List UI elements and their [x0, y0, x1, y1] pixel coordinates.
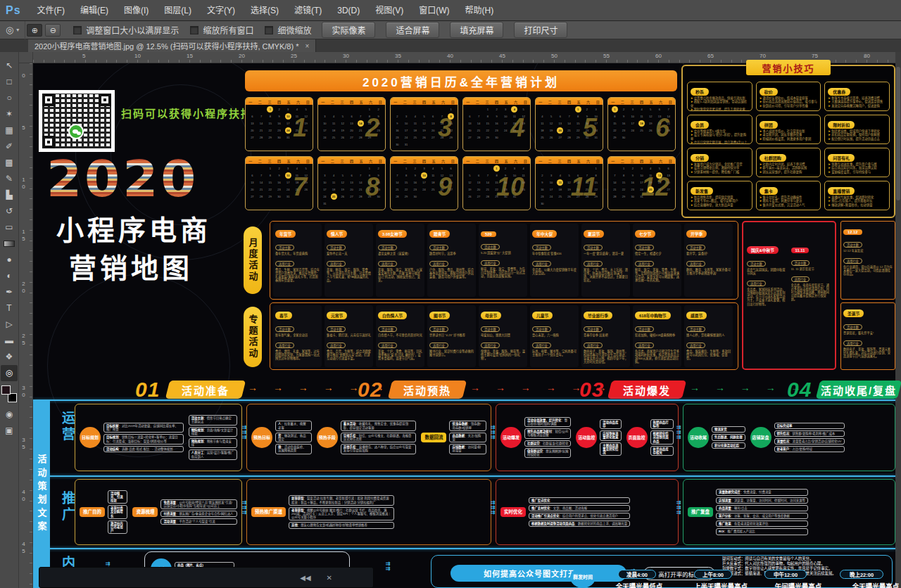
- menu-item-视图(V)[interactable]: 视图(V): [367, 6, 411, 15]
- lasso-tool[interactable]: ○: [1, 90, 18, 106]
- menu-item-文件(F)[interactable]: 文件(F): [30, 6, 73, 15]
- eraser-tool[interactable]: ▭: [1, 219, 18, 236]
- checkbox[interactable]: [73, 26, 82, 34]
- festival-label: 520: [481, 231, 496, 237]
- festival-industry: 数码电子、美妆、服饰、旅拍等，校园青春可引流毕业生活在旅途、盲盒文具可以囤、相约…: [584, 350, 628, 364]
- time-caption: 全天曝光最低点: [598, 581, 680, 588]
- day-cell: 27: [664, 186, 673, 193]
- day-cell: 26: [519, 127, 528, 134]
- day-cell: 25: [293, 186, 302, 193]
- eyedropper-tool[interactable]: ✐: [1, 139, 18, 155]
- menu-item-文字(Y)[interactable]: 文字(Y): [199, 6, 243, 15]
- month-day-grid: 1234567891011121314151617181920212223242…: [463, 105, 530, 141]
- flow-item: 活动曝光、引流拉新: [108, 490, 127, 504]
- flow-item: 店铺流量：浏览量、访客量、访问时间、停留时间、访问来源等: [716, 497, 808, 504]
- day-cell: 14: [257, 120, 266, 127]
- vertical-scrollbar[interactable]: [896, 67, 900, 200]
- menu-item-3D(D)[interactable]: 3D(D): [329, 6, 367, 15]
- month-day-grid: 1234567891011121314151617181920212223242…: [608, 105, 675, 141]
- option-button-打印尺寸[interactable]: 打印尺寸: [514, 22, 567, 38]
- shape-tool[interactable]: ▬: [1, 333, 18, 349]
- tab-close-icon[interactable]: ×: [305, 42, 309, 50]
- empty-cell: [248, 165, 257, 172]
- pen-tool[interactable]: ✒: [1, 284, 18, 300]
- zoom-out-button[interactable]: ⊖: [45, 24, 61, 37]
- day-cell: 31: [284, 134, 293, 141]
- day-cell: 2: [583, 106, 592, 113]
- zoom-tool[interactable]: ◎: [1, 365, 18, 381]
- ruler-number: 40: [447, 53, 453, 59]
- close-button[interactable]: ✕: [327, 574, 332, 582]
- day-cell: 27: [574, 193, 583, 200]
- day-cell: 20: [248, 127, 257, 134]
- day-cell: 2: [619, 106, 629, 113]
- history-brush-tool[interactable]: ↺: [1, 203, 18, 219]
- screen-mode[interactable]: ▣: [1, 423, 18, 439]
- day-cell: 16: [619, 120, 629, 127]
- checkbox[interactable]: [265, 26, 273, 34]
- calendar-month-7: 一二三四五六日712345678910111213141516171819202…: [245, 156, 313, 210]
- empty-cell: [420, 106, 429, 113]
- brush-tool[interactable]: ✎: [1, 171, 18, 187]
- option-button-实际像素[interactable]: 实际像素: [322, 22, 375, 38]
- color-swatches[interactable]: [1, 385, 17, 402]
- day-cell: 8: [610, 113, 619, 120]
- month-day-grid: 1234567891011121314151617181920212223242…: [246, 105, 313, 141]
- menu-item-选择(S)[interactable]: 选择(S): [243, 6, 286, 15]
- day-cell: 17: [510, 179, 519, 186]
- day-cell: 6: [574, 172, 583, 179]
- blur-tool[interactable]: ●: [1, 252, 18, 268]
- type-tool[interactable]: T: [1, 300, 18, 317]
- foreground-color-swatch[interactable]: [1, 385, 11, 395]
- zoom-in-button[interactable]: ⊕: [27, 24, 42, 37]
- document-tab[interactable]: 2020小程序电商营销地图.jpg @ 12.5% (扫码可以获得小程序扶持, …: [28, 39, 316, 52]
- festival-industry: 图书行业、知识付费行业等必做的图书营销节。: [429, 350, 474, 357]
- flow-node: 推广复盘: [688, 507, 713, 517]
- flow-item: 老客付费及复购增长: [108, 505, 127, 519]
- day-cell: 6: [555, 113, 565, 120]
- zoom-tool-chip[interactable]: ◎▾: [0, 21, 25, 39]
- day-cell: 11: [646, 172, 655, 179]
- day-cell: 20: [655, 120, 664, 127]
- option-button-适合屏幕[interactable]: 适合屏幕: [386, 22, 439, 38]
- day-cell: 3: [591, 106, 600, 113]
- day-cell: 18: [646, 179, 655, 186]
- empty-cell: [338, 106, 347, 113]
- day-cell: 9: [374, 172, 383, 179]
- crop-tool[interactable]: ▦: [1, 122, 18, 139]
- day-cell: 22: [265, 186, 275, 193]
- path-select-tool[interactable]: ▷: [1, 317, 18, 333]
- marquee-tool[interactable]: □: [1, 74, 18, 90]
- day-cell: 9: [275, 113, 284, 120]
- month-weekday-header: 一二三四五六日: [318, 98, 385, 105]
- day-cell: 16: [410, 179, 420, 186]
- flow-items: 蓄水活动：收藏有礼、预售定金、优惠券提前领取，提前锁定活动客源常规手段：短信、公…: [341, 421, 417, 454]
- healing-brush-tool[interactable]: ▩: [1, 155, 18, 171]
- day-cell: 29: [492, 193, 501, 200]
- quick-mask[interactable]: ◉: [1, 407, 18, 423]
- day-cell: 30: [275, 193, 284, 200]
- hand-tool[interactable]: ❖: [1, 349, 18, 365]
- menu-item-编辑(E)[interactable]: 编辑(E): [73, 6, 116, 15]
- option-button-填充屏幕[interactable]: 填充屏幕: [450, 22, 503, 38]
- menu-item-窗口(W)[interactable]: 窗口(W): [411, 6, 457, 15]
- day-cell: 24: [628, 127, 637, 134]
- magic-wand-tool[interactable]: ✶: [1, 106, 18, 122]
- flow-cluster: 推广复盘流量数据完成度：免费流量、付费流量店铺流量：浏览量、访客量、访问时间、停…: [688, 482, 808, 542]
- move-tool[interactable]: ↖: [1, 58, 18, 74]
- menu-item-帮助(H)[interactable]: 帮助(H): [458, 6, 502, 15]
- flow-node: 预热目标: [251, 427, 272, 448]
- tip-line: ➤ 砍价商品选择高感知价值商品，吸引参与: [760, 100, 818, 103]
- menu-item-图层(L)[interactable]: 图层(L): [156, 6, 199, 15]
- collapse-button[interactable]: ◀◀: [300, 574, 310, 582]
- day-cell: 29: [402, 193, 411, 200]
- day-cell: 21: [583, 186, 592, 193]
- flow-items: 热销商品打标签根据转化情况调整页面商品补货商品库存相关: [650, 419, 674, 456]
- menu-item-图像(I)[interactable]: 图像(I): [116, 6, 156, 15]
- dodge-tool[interactable]: ◐: [1, 268, 18, 284]
- checkbox[interactable]: [190, 26, 199, 34]
- gradient-tool[interactable]: [4, 241, 15, 247]
- menu-item-滤镜(T)[interactable]: 滤镜(T): [286, 6, 329, 15]
- clone-stamp-tool[interactable]: ▙: [1, 187, 18, 203]
- flow-item: 常规手段：短信、公众号推文、社群剧透，海报悬念式预告造势: [341, 433, 417, 442]
